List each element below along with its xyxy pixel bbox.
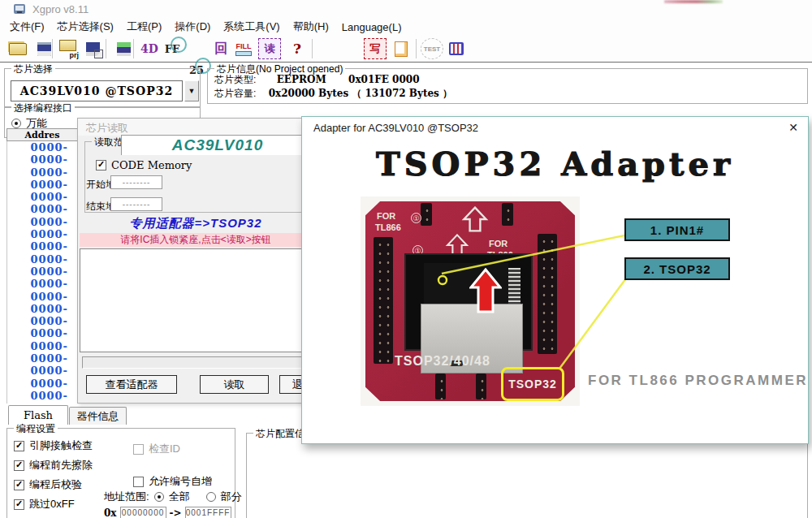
addr-range-all-radio[interactable] [154, 492, 164, 502]
menu-operation[interactable]: 操作(D) [168, 18, 217, 36]
auto-increment-checkbox[interactable]: 允许编号自增 [133, 474, 212, 489]
chip-detect-icon[interactable] [445, 38, 468, 59]
auto-increment-label: 允许编号自增 [149, 474, 212, 489]
pcb-for-text: FOR [377, 211, 395, 221]
addr-to-input[interactable]: 0001FFFF [185, 507, 231, 518]
adapter-photo: FOR TL866 FOR TL866 ① ① [361, 196, 580, 406]
pin-strip-bottom-mid [476, 373, 486, 399]
checkbox-icon [14, 499, 24, 510]
chip-select-group-label: 芯片选择 [11, 63, 55, 76]
insert-ic-hint: 请将IC插入锁紧座,点击<读取>按钮 [80, 233, 312, 247]
open-project-icon[interactable]: prj [57, 38, 80, 59]
orientation-arrow-icon [461, 206, 489, 232]
logic-4d-icon[interactable]: 4D [138, 38, 161, 59]
menu-project[interactable]: 工程(P) [120, 18, 168, 36]
checkbox-icon [96, 160, 106, 171]
end-address-input[interactable]: -------- [110, 197, 162, 211]
chip-size-value: 0x20000 Bytes （ 131072 Bytes ） [269, 88, 452, 99]
checkbox-icon [14, 480, 24, 490]
start-address-input[interactable]: -------- [110, 175, 162, 189]
address-row: 0000- [7, 327, 78, 339]
test-icon[interactable]: TEST [421, 38, 443, 59]
adapter-footer: FOR TL866 PROGRAMMER [588, 373, 807, 389]
program-setting-checkbox[interactable]: 引脚接触检查 [14, 438, 93, 453]
address-row: 0000- [7, 228, 78, 240]
code-memory-checkbox[interactable]: CODE Memory [96, 159, 192, 171]
toolbar-separator [133, 39, 134, 58]
address-column-header[interactable]: Addres [6, 128, 78, 141]
menu-help[interactable]: 帮助(H) [287, 18, 335, 36]
address-row: 0000- [7, 340, 78, 352]
checkbox-icon [14, 460, 24, 471]
pin1-silk-marker: ① [411, 213, 421, 223]
address-row: 0000- [7, 291, 78, 303]
program-settings-label: 编程设置 [14, 422, 58, 436]
read-log-area[interactable] [80, 248, 312, 352]
menu-system-tools[interactable]: 系统工具(V) [217, 18, 286, 36]
pcb-for-text: FOR [489, 239, 508, 248]
address-row: 0000- [7, 390, 78, 402]
toolbar: prj 4D FF 25 回 FILL 读 ? 写 TEST [0, 36, 812, 63]
address-row: 0000- [7, 303, 78, 315]
address-row: 0000- [7, 166, 78, 179]
address-row: 0000- [7, 402, 78, 404]
menu-file[interactable]: 文件(F) [3, 18, 51, 36]
menu-language[interactable]: Language(L) [335, 19, 408, 35]
address-row: 0000- [7, 179, 78, 191]
read-chip-icon[interactable]: 读 [258, 38, 281, 59]
chip-select-dropdown-icon[interactable]: ▼ [184, 80, 199, 101]
help-icon[interactable]: ? [286, 38, 309, 59]
address-row: 0000- [7, 141, 78, 153]
save-device-icon[interactable] [112, 38, 135, 59]
address-row: 0000- [7, 191, 78, 203]
program-settings-group: 编程设置 引脚接触检查 编程前先擦除 编程后校验 跳过0xFF 编程前查空 [6, 428, 235, 518]
edit-info-icon[interactable] [390, 38, 412, 59]
xgpro-app-window: Xgpro v8.11 文件(F) 芯片选择(S) 工程(P) 操作(D) 系统… [0, 0, 812, 518]
pcb-tl866-text: TL866 [375, 222, 401, 232]
check-id-checkbox[interactable]: 检查ID [133, 442, 180, 456]
adapter-dialog-title: Adapter for AC39LV010 @TSOP32 [313, 122, 478, 134]
toolbar-separator [52, 39, 53, 58]
pin-strip-top-left [421, 203, 432, 226]
checkbox-icon [133, 444, 144, 455]
fill-icon[interactable]: FILL [232, 38, 255, 59]
code-memory-label: CODE Memory [111, 159, 192, 171]
watermark [664, 0, 723, 3]
program-setting-checkbox[interactable]: 编程后校验 [14, 477, 93, 492]
program-setting-checkbox[interactable]: 跳过0xFF [14, 497, 93, 512]
insert-direction-arrow [469, 268, 502, 313]
view-adapter-button[interactable]: 查看适配器 [86, 375, 177, 394]
chip-info-group: 芯片信息(No Project opened) 芯片类型: EEPROM 0x0… [207, 68, 808, 104]
program-setting-checkbox[interactable]: 编程前先擦除 [14, 458, 93, 473]
title-bar: Xgpro v8.11 [0, 0, 812, 18]
chip-size-label: 芯片容量: [214, 88, 256, 99]
toolbar-separator [312, 39, 313, 58]
find-ff-icon[interactable]: FF [161, 38, 184, 59]
locate-icon[interactable]: 回 [209, 38, 232, 59]
pin1-highlight-circle [437, 274, 448, 286]
address-column: 0000-0000-0000-0000-0000-0000-0000-0000-… [6, 141, 78, 404]
read-progress-bar [82, 356, 309, 369]
address-row: 0000- [7, 265, 78, 278]
addr-from-input[interactable]: 00000000 [120, 507, 166, 518]
write-chip-icon[interactable]: 写 [364, 38, 387, 59]
callout-tsop32: 2. TSOP32 [624, 257, 730, 280]
tab-device-info[interactable]: 器件信息 [69, 407, 127, 425]
chip-read-dialog-title[interactable]: 芯片读取 [78, 119, 312, 136]
addr-range-part-radio[interactable] [206, 492, 216, 502]
toolbar-separator [106, 39, 106, 58]
read-button[interactable]: 读取 [200, 375, 269, 394]
toolbar-separator [416, 39, 417, 58]
chip-select-combo[interactable]: AC39LV010 @TSOP32 [11, 80, 183, 101]
chip-type-label: 芯片类型: [214, 74, 256, 85]
chip-type-value: EEPROM [277, 74, 326, 85]
open-icon[interactable] [6, 38, 29, 59]
tsop32-tag: TSOP32 [501, 367, 564, 401]
addr-range-label: 地址范围: [104, 490, 149, 504]
save-buffer-icon[interactable] [81, 38, 104, 59]
address-row: 0000- [7, 365, 78, 377]
hex-prefix: 0x [104, 507, 117, 518]
close-icon[interactable]: ✕ [788, 121, 798, 134]
menu-chip-select[interactable]: 芯片选择(S) [51, 18, 120, 36]
address-row: 0000- [7, 240, 78, 253]
